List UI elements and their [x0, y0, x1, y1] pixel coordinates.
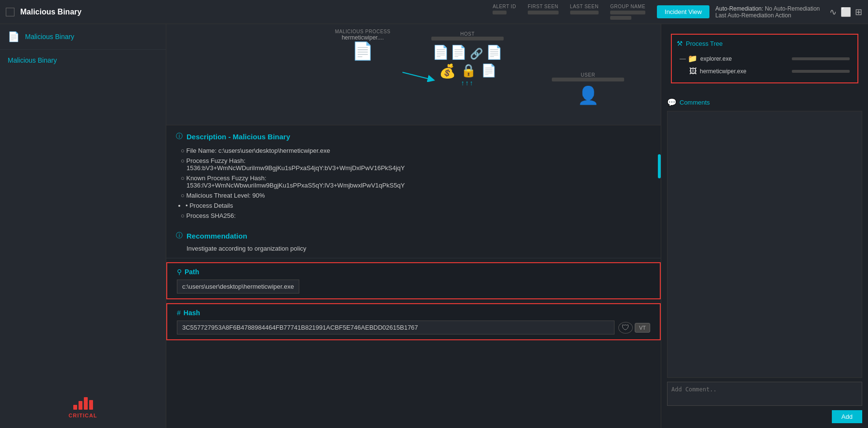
malicious-process-label: MALICIOUS PROCESS — [335, 29, 390, 34]
alert-id-meta: ALERT ID — [493, 4, 516, 20]
comments-body — [667, 111, 862, 378]
docs-cluster: 📄 📄 🔗 📄 — [432, 44, 503, 60]
waveform-icon[interactable]: ∿ — [829, 7, 837, 17]
hash-row: 3C557727953A8F6B4788984464FB77741B821991… — [177, 321, 650, 334]
hash-header: # Hash — [177, 309, 650, 317]
malicious-process-name: hermeticwiper.... — [342, 34, 384, 41]
add-comment-input[interactable] — [667, 382, 862, 406]
desc-item-1: File Name: c:\users\user\desktop\hermeti… — [181, 146, 651, 156]
critical-section: CRITICAL — [0, 388, 166, 428]
description-header: ⓘ Description - Malicious Binary — [176, 132, 651, 141]
recommendation-title: Recommendation — [187, 232, 247, 240]
desc-item-2: Process Fuzzy Hash: 1536:bV3+WmNcWDuriIm… — [181, 156, 651, 173]
add-comment-button[interactable]: Add — [832, 410, 862, 423]
host-value-bar — [431, 37, 504, 40]
group-name-meta: GROUP NAME — [610, 4, 645, 20]
grid-icon[interactable]: ⊞ — [855, 7, 862, 17]
visualization-area: MALICIOUS PROCESS hermeticwiper.... 📄 H — [166, 24, 661, 125]
desc-item-3: Known Process Fuzzy Hash: 1536:lV3+WmNcW… — [181, 173, 651, 190]
incident-view-button[interactable]: Incident View — [657, 5, 709, 18]
comments-section: 💬 Comments Add — [661, 93, 868, 428]
doc-icon-4: 📄 — [481, 63, 496, 79]
path-section: ⚲ Path c:\users\user\desktop\hermeticwip… — [166, 262, 661, 299]
recommendation-section: ⓘ Recommendation Investigate according t… — [166, 226, 661, 258]
explorer-label: explorer.exe — [700, 55, 792, 62]
sidebar-item-label: Malicious Binary — [25, 33, 74, 40]
description-section: ⓘ Description - Malicious Binary File Na… — [166, 125, 661, 226]
sidebar-active-label: Malicious Binary — [8, 56, 57, 64]
first-seen-meta: FIRST SEEN — [528, 4, 559, 20]
money-bag-icon: 💰 — [439, 63, 456, 79]
center-content: MALICIOUS PROCESS hermeticwiper.... 📄 H — [166, 24, 661, 428]
process-tree-container: ⚒ Process Tree — 📁 explorer.exe 🖼 hermet… — [671, 34, 858, 83]
page-title: Malicious Binary — [20, 8, 256, 16]
malicious-process-node: MALICIOUS PROCESS hermeticwiper.... 📄 — [335, 29, 390, 61]
tree-node-hermeticwiper[interactable]: 🖼 hermeticwiper.exe — [686, 65, 853, 78]
path-label: Path — [185, 268, 199, 276]
sidebar-item-malicious-binary-active[interactable]: Malicious Binary — [0, 50, 166, 71]
main-scroll-area[interactable]: ⓘ Description - Malicious Binary File Na… — [166, 125, 661, 428]
hash-icon: # — [177, 309, 181, 317]
doc-icon-2: 📄 — [450, 44, 467, 60]
tree-node-explorer[interactable]: — 📁 explorer.exe — [677, 52, 853, 65]
hermeticwiper-value-bar — [792, 70, 850, 73]
arrows-up: ↑↑↑ — [461, 79, 474, 87]
doc-icon-3: 📄 — [486, 44, 503, 60]
bar3 — [84, 397, 88, 410]
process-doc-icon: 📄 — [352, 41, 374, 61]
hash-label: Hash — [184, 309, 200, 317]
right-panel: ⚒ Process Tree — 📁 explorer.exe 🖼 hermet… — [661, 24, 868, 428]
window-icon[interactable]: ⬜ — [841, 7, 851, 17]
critical-label: CRITICAL — [68, 413, 97, 418]
process-tree-header: ⚒ Process Tree — [677, 40, 853, 47]
app-icon: 🖼 — [689, 67, 697, 76]
doc-icon-1: 📄 — [432, 44, 449, 60]
comments-header: 💬 Comments — [667, 98, 862, 107]
hash-actions: 🛡 VT — [618, 322, 650, 334]
left-sidebar: 📄 Malicious Binary Malicious Binary CRIT… — [0, 24, 166, 428]
bar1 — [73, 405, 77, 410]
user-label: USER — [581, 72, 595, 78]
alert-id-value — [493, 11, 507, 14]
main-layout: 📄 Malicious Binary Malicious Binary CRIT… — [0, 24, 868, 428]
vt-badge[interactable]: VT — [635, 323, 650, 333]
user-icon: 👤 — [577, 85, 599, 106]
scroll-indicator — [658, 154, 661, 178]
user-section: USER 👤 — [552, 72, 624, 106]
folder-icon: 📁 — [688, 54, 697, 63]
group-name-value — [610, 11, 645, 14]
hash-value: 3C557727953A8F6B4788984464FB77741B821991… — [177, 321, 614, 334]
host-section: HOST 📄 📄 🔗 📄 💰 🔒 📄 ↑↑↑ — [431, 31, 504, 87]
known-fuzzy-hash-value: 1536:lV3+WmNcWbwuriImw9BgjKu1sPPxaS5qY:l… — [181, 182, 405, 189]
first-seen-value — [528, 11, 559, 14]
last-seen-value — [570, 11, 599, 14]
critical-bars — [73, 397, 93, 410]
chain-icon: 🔗 — [470, 48, 483, 60]
desc-item-4: Malicious Threat Level: 90% — [181, 190, 651, 201]
description-list: File Name: c:\users\user\desktop\hermeti… — [176, 146, 651, 221]
desc-item-5: Process Details — [186, 201, 651, 211]
comments-icon: 💬 — [667, 98, 677, 107]
explorer-value-bar — [792, 57, 850, 60]
description-title: Description - Malicious Binary — [187, 133, 290, 141]
process-tree-icon: ⚒ — [677, 40, 683, 47]
svg-line-0 — [402, 72, 431, 80]
path-value: c:\users\user\desktop\hermeticwiper.exe — [177, 280, 299, 294]
hermeticwiper-label: hermeticwiper.exe — [700, 68, 792, 75]
recommendation-header: ⓘ Recommendation — [176, 231, 651, 240]
top-bar: Malicious Binary ALERT ID FIRST SEEN LAS… — [0, 0, 868, 24]
money-lock-row: 💰 🔒 📄 — [439, 63, 496, 79]
lock-icon: 🔒 — [461, 63, 476, 79]
auto-remediation-section: Auto-Remediation: No Auto-Remediation La… — [715, 5, 820, 19]
path-icon: ⚲ — [177, 268, 182, 276]
sidebar-item-malicious-binary-top[interactable]: 📄 Malicious Binary — [0, 24, 166, 50]
add-comment-area: Add — [667, 382, 862, 423]
fuzzy-hash-value: 1536:bV3+WmNcWDuriImw9BgjKu1sPPxaS4jqY:b… — [181, 164, 405, 172]
shield-icon[interactable]: 🛡 — [618, 322, 633, 334]
document-icon: 📄 — [8, 31, 19, 42]
recommendation-text: Investigate according to organization po… — [176, 245, 651, 252]
top-bar-checkbox[interactable] — [6, 8, 14, 16]
bar4 — [89, 400, 93, 410]
process-tree-wrapper: ⚒ Process Tree — 📁 explorer.exe 🖼 hermet… — [666, 29, 863, 88]
group-name-value2 — [610, 16, 631, 20]
